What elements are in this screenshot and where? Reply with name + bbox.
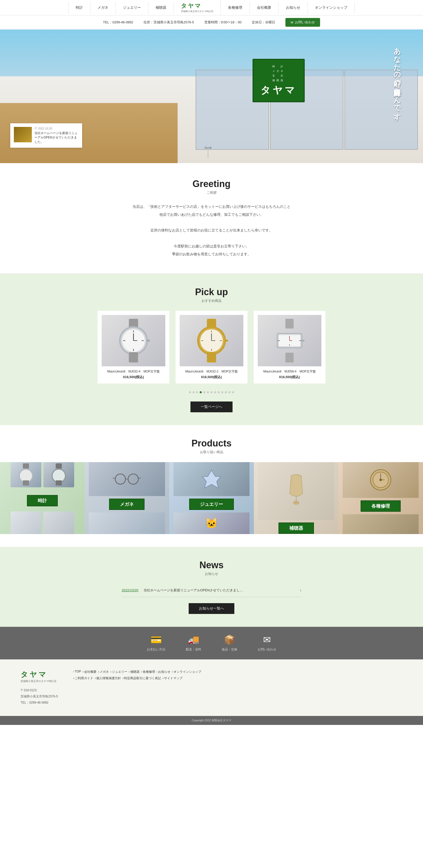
products-section: Products お取り扱い商品 時計 — [0, 425, 423, 547]
holiday-info: 定休日：水曜日 — [252, 20, 275, 25]
pickup-title-en: Pick up — [10, 287, 413, 298]
dot-5[interactable] — [203, 391, 205, 393]
footer-links-row2: ご利用ガイド 個人情報保護方針 特定商品取引に基づく表記 サイトマップ — [73, 676, 402, 680]
footer-link-privacy[interactable]: 個人情報保護方針 — [95, 676, 121, 680]
svg-rect-39 — [23, 480, 29, 486]
product-repairs[interactable]: 各種修理 — [338, 462, 423, 534]
hero-news-date: ⏱ 2022.10.20 — [34, 127, 78, 130]
watch-icon-1 — [113, 317, 154, 364]
product-hearing-label: 補聴器 — [279, 523, 314, 534]
footer-payment[interactable]: 💳 お支払い方法 — [147, 634, 165, 652]
footer-copyright: Copyright 2022 有限会社タヤマ — [0, 716, 423, 725]
pickup-item-3[interactable]: MauroJerardi MJ058-4 MOP文字盤 ¥16,500(税込) — [254, 311, 325, 383]
footer-logo-sub: 茨城県小美玉市のタヤマ時計店 — [21, 679, 58, 683]
nav-glasses[interactable]: メガネ — [90, 2, 116, 13]
top-nav: 時計 メガネ ジュエリー 補聴器 タヤマ 茨城県小美玉市のタヤマ時計店 各種修理… — [0, 0, 423, 16]
product-hearing[interactable]: 補聴器 — [254, 462, 338, 534]
footer-link-glasses[interactable]: メガネ — [98, 670, 109, 674]
footer-link-news[interactable]: お知らせ — [157, 670, 170, 674]
dot-1[interactable] — [189, 391, 191, 393]
footer-link-jewelry[interactable]: ジュエリー — [110, 670, 127, 674]
dot-13[interactable] — [232, 391, 234, 393]
pickup-all-button[interactable]: 一覧ページへ — [191, 402, 232, 412]
pickup-grid: MauroJerardi MJ032-4 MOP文字盤 ¥16,500(税込) — [10, 311, 413, 383]
news-item-1[interactable]: 2022/10/20 当社ホームページを新規リニューアルOPENさせていただきま… — [122, 584, 301, 597]
nav-shop[interactable]: オンラインショップ — [308, 2, 355, 13]
footer-link-hearing[interactable]: 補聴器 — [129, 670, 140, 674]
payment-label: お支払い方法 — [147, 647, 165, 652]
pickup-item-1[interactable]: MauroJerardi MJ032-4 MOP文字盤 ¥16,500(税込) — [98, 311, 169, 383]
footer-logo-text: タヤマ — [21, 670, 58, 679]
watch-icon-3 — [269, 317, 310, 364]
svg-rect-40 — [56, 463, 62, 469]
footer-shipping[interactable]: 🚚 配送・送料 — [186, 634, 201, 652]
pickup-item-3-price: ¥16,500(税込) — [258, 375, 321, 379]
footer-link-about[interactable]: 会社概要 — [83, 670, 97, 674]
dot-10[interactable] — [221, 391, 223, 393]
products-grid: 時計 メガネ ジュエリー — [0, 462, 423, 534]
shipping-icon: 🚚 — [186, 634, 201, 645]
pickup-section: Pick up おすすめ商品 — [0, 274, 423, 425]
products-title-en: Products — [0, 438, 423, 449]
contact-label-footer: お問い合わせ — [258, 647, 276, 652]
product-watches[interactable]: 時計 — [0, 462, 85, 534]
footer-link-repairs[interactable]: 各種修理 — [141, 670, 155, 674]
svg-point-50 — [293, 501, 299, 505]
footer-links-row1: TOP 会社概要 メガネ ジュエリー 補聴器 各種修理 お知らせ オンラインショ… — [73, 670, 402, 674]
pickup-dots — [10, 391, 413, 393]
pickup-title-ja: おすすめ商品 — [10, 299, 413, 303]
dot-2[interactable] — [193, 391, 195, 393]
svg-point-44 — [115, 474, 126, 484]
footer-link-guide[interactable]: ご利用ガイド — [73, 676, 93, 680]
contact-button[interactable]: お問い合わせ — [285, 18, 320, 27]
site-logo[interactable]: タヤマ 茨城県小美玉市のタヤマ時計店 — [174, 0, 221, 15]
nav-jewelry[interactable]: ジュエリー — [116, 2, 149, 13]
scroll-indicator: Scroll — [204, 146, 212, 158]
svg-point-42 — [53, 470, 65, 482]
nav-hearing[interactable]: 補聴器 — [149, 2, 174, 13]
contact-label: お問い合わせ — [295, 20, 315, 25]
product-watches-label: 時計 — [27, 495, 58, 506]
footer-link-sitemap[interactable]: サイトマップ — [162, 676, 183, 680]
pickup-item-2-name: MauroJerardi MJ032-2 MOP文字盤 — [180, 369, 243, 374]
nav-watches[interactable]: 時計 — [68, 2, 90, 13]
dot-11[interactable] — [225, 391, 227, 393]
nav-about[interactable]: 会社概要 — [250, 2, 279, 13]
dot-8[interactable] — [214, 391, 216, 393]
news-section: News お知らせ 2022/10/20 当社ホームページを新規リニューアルOP… — [0, 547, 423, 627]
dot-4[interactable] — [200, 391, 202, 393]
dot-9[interactable] — [218, 391, 220, 393]
dot-3[interactable] — [196, 391, 198, 393]
news-title-ja: お知らせ — [10, 571, 413, 576]
svg-rect-23 — [207, 352, 216, 363]
dot-12[interactable] — [228, 391, 230, 393]
footer-main: タヤマ 茨城県小美玉市のタヤマ時計店 〒319-0123 茨城県小美玉市羽鳥25… — [0, 659, 423, 716]
products-title-ja: お取り扱い商品 — [0, 450, 423, 455]
footer-icons-bar: 💳 お支払い方法 🚚 配送・送料 📦 返品・交換 ✉ お問い合わせ — [0, 627, 423, 659]
product-jewelry-label: ジュエリー — [189, 499, 234, 510]
footer-contact[interactable]: ✉ お問い合わせ — [258, 634, 276, 652]
pickup-item-1-price: ¥16,500(税込) — [102, 375, 165, 379]
dot-6[interactable] — [207, 391, 209, 393]
hero-news-card[interactable]: ⏱ 2022.10.20 当社ホームページを新規リニューアルOPENさせていただ… — [10, 123, 82, 148]
product-glasses[interactable]: メガネ — [85, 462, 169, 534]
greeting-title-ja: ご挨拶 — [10, 190, 413, 195]
dot-7[interactable] — [210, 391, 213, 393]
payment-icon: 💳 — [147, 634, 165, 645]
svg-line-48 — [138, 478, 141, 478]
news-date-1: 2022/10/20 — [122, 588, 138, 592]
news-all-button[interactable]: お知らせ一覧へ — [189, 603, 234, 614]
news-arrow-icon: › — [300, 588, 301, 593]
news-title-en: News — [10, 560, 413, 570]
svg-line-47 — [113, 478, 115, 478]
nav-repairs[interactable]: 各種修理 — [221, 2, 250, 13]
footer-links-area: TOP 会社概要 メガネ ジュエリー 補聴器 各種修理 お知らせ オンラインショ… — [73, 670, 402, 680]
footer-link-tokusho[interactable]: 特定商品取引に基づく表記 — [123, 676, 161, 680]
footer-link-shop[interactable]: オンラインショップ — [172, 670, 201, 674]
nav-news[interactable]: お知らせ — [279, 2, 308, 13]
hero-news-text: 当社ホームページを新規リニューアルOPENさせていただきました。 — [34, 131, 78, 144]
footer-link-top[interactable]: TOP — [73, 670, 81, 674]
footer-returns[interactable]: 📦 返品・交換 — [222, 634, 237, 652]
product-jewelry[interactable]: ジュエリー 🐱 — [169, 462, 254, 534]
pickup-item-2[interactable]: MauroJerardi MJ032-2 MOP文字盤 ¥16,500(税込) — [175, 311, 248, 383]
